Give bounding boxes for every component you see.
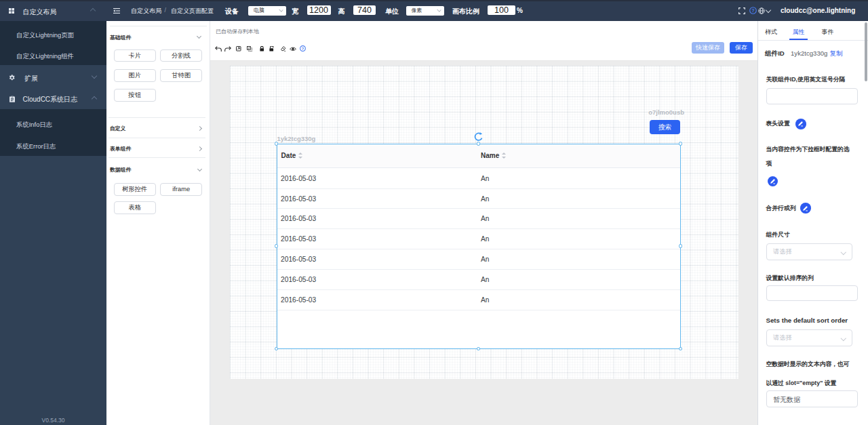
svg-text:?: ?: [302, 46, 304, 51]
svg-text:?: ?: [751, 7, 755, 14]
